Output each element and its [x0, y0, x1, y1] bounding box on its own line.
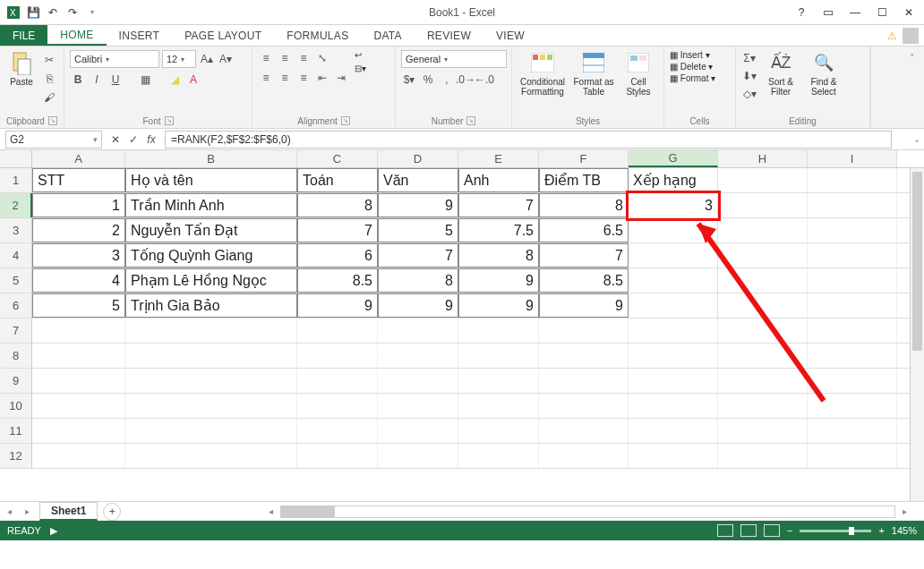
- cell[interactable]: 7: [297, 218, 378, 242]
- cell[interactable]: [539, 444, 629, 468]
- cell[interactable]: [297, 419, 378, 443]
- cell[interactable]: [297, 318, 378, 343]
- row-header[interactable]: 3: [0, 218, 32, 242]
- row-header[interactable]: 1: [0, 168, 32, 192]
- row-header[interactable]: 9: [0, 369, 32, 393]
- cell[interactable]: [718, 344, 808, 368]
- cell[interactable]: Họ và tên: [125, 168, 297, 192]
- cell[interactable]: 2: [32, 218, 125, 242]
- horizontal-scrollbar[interactable]: ◂▸: [262, 505, 913, 518]
- row-header[interactable]: 8: [0, 344, 32, 368]
- row-header[interactable]: 6: [0, 293, 32, 318]
- cell[interactable]: [718, 168, 808, 192]
- col-header-d[interactable]: D: [378, 150, 458, 167]
- cell[interactable]: [297, 394, 378, 418]
- cell[interactable]: [32, 344, 125, 368]
- cell[interactable]: [125, 344, 297, 368]
- cell[interactable]: [718, 394, 808, 418]
- cell[interactable]: [808, 293, 897, 318]
- decrease-font-icon[interactable]: A▾: [218, 51, 234, 67]
- cell[interactable]: [808, 444, 897, 468]
- row-header[interactable]: 10: [0, 394, 32, 418]
- cell[interactable]: 3: [629, 193, 718, 217]
- minimize-icon[interactable]: —: [843, 4, 867, 21]
- zoom-slider[interactable]: [800, 530, 871, 532]
- cell[interactable]: [718, 268, 808, 293]
- cell[interactable]: 9: [458, 268, 539, 293]
- qat-customize-icon[interactable]: ▾: [84, 4, 100, 21]
- align-bottom-icon[interactable]: ≡: [295, 50, 312, 66]
- close-icon[interactable]: ✕: [897, 4, 920, 21]
- merge-center-button[interactable]: ⊟▾: [355, 64, 366, 73]
- number-launcher[interactable]: ↘: [466, 116, 475, 125]
- cell[interactable]: [32, 318, 125, 343]
- increase-font-icon[interactable]: A▴: [199, 51, 215, 67]
- cell[interactable]: 7.5: [458, 218, 539, 242]
- cell[interactable]: [539, 318, 629, 343]
- cell[interactable]: Anh: [458, 168, 539, 192]
- align-top-icon[interactable]: ≡: [258, 50, 274, 66]
- macro-record-icon[interactable]: ▶: [50, 525, 57, 537]
- clear-icon[interactable]: ◇▾: [741, 86, 757, 102]
- sheet-nav-prev[interactable]: ◂: [0, 506, 18, 516]
- cell[interactable]: 6: [297, 243, 378, 268]
- comma-format-icon[interactable]: ,: [439, 72, 455, 88]
- cell[interactable]: 8: [458, 243, 539, 268]
- zoom-in-icon[interactable]: +: [878, 525, 884, 536]
- row-header[interactable]: 11: [0, 419, 32, 443]
- cell[interactable]: [629, 344, 718, 368]
- cell[interactable]: 9: [539, 293, 629, 318]
- underline-button[interactable]: U: [107, 72, 124, 88]
- maximize-icon[interactable]: ☐: [870, 4, 894, 21]
- cell[interactable]: 6.5: [539, 218, 629, 242]
- cell[interactable]: [458, 369, 539, 393]
- cell[interactable]: [718, 218, 808, 242]
- tab-data[interactable]: DATA: [361, 25, 414, 46]
- format-cells-button[interactable]: ▦ Format ▾: [670, 73, 730, 83]
- cell[interactable]: 8: [539, 193, 629, 217]
- align-center-icon[interactable]: ≡: [277, 70, 293, 86]
- cell[interactable]: [378, 394, 458, 418]
- select-all-corner[interactable]: [0, 150, 32, 167]
- save-icon[interactable]: 💾: [25, 4, 41, 21]
- cell[interactable]: 7: [539, 243, 629, 268]
- cell[interactable]: Trịnh Gia Bảo: [125, 293, 297, 318]
- page-break-view-icon[interactable]: [764, 524, 780, 537]
- tab-review[interactable]: REVIEW: [415, 25, 483, 46]
- cell[interactable]: [718, 369, 808, 393]
- sheet-tab[interactable]: Sheet1: [39, 502, 98, 521]
- row-header[interactable]: 2: [0, 193, 32, 217]
- cell[interactable]: [718, 293, 808, 318]
- redo-icon[interactable]: ↷: [64, 4, 81, 21]
- orientation-icon[interactable]: ⤡: [314, 50, 330, 66]
- cell[interactable]: Văn: [378, 168, 458, 192]
- cell[interactable]: 4: [32, 268, 125, 293]
- cell[interactable]: 8.5: [297, 268, 378, 293]
- cell[interactable]: 9: [378, 193, 458, 217]
- font-color-icon[interactable]: A: [185, 72, 201, 88]
- cell[interactable]: 5: [32, 293, 125, 318]
- cancel-formula-icon[interactable]: ✕: [107, 132, 124, 148]
- cell[interactable]: 8: [297, 193, 378, 217]
- cell[interactable]: [808, 193, 897, 217]
- row-header[interactable]: 12: [0, 444, 32, 468]
- cell[interactable]: 7: [378, 243, 458, 268]
- cell[interactable]: [458, 344, 539, 368]
- bold-button[interactable]: B: [70, 72, 86, 88]
- cell[interactable]: [378, 419, 458, 443]
- font-launcher[interactable]: ↘: [165, 116, 174, 125]
- warning-icon[interactable]: ⚠: [887, 30, 897, 42]
- tab-insert[interactable]: INSERT: [107, 25, 173, 46]
- fill-icon[interactable]: ⬇▾: [741, 68, 757, 84]
- cell[interactable]: 8.5: [539, 268, 629, 293]
- delete-cells-button[interactable]: ▦ Delete ▾: [670, 62, 730, 72]
- cell[interactable]: [718, 444, 808, 468]
- cell[interactable]: [718, 419, 808, 443]
- cell[interactable]: [32, 394, 125, 418]
- increase-indent-icon[interactable]: ⇥: [333, 70, 349, 86]
- format-as-table-button[interactable]: Format as Table: [571, 50, 616, 97]
- tab-home[interactable]: HOME: [47, 25, 106, 46]
- cell[interactable]: [32, 444, 125, 468]
- cell[interactable]: Trần Minh Anh: [125, 193, 297, 217]
- cell[interactable]: [629, 369, 718, 393]
